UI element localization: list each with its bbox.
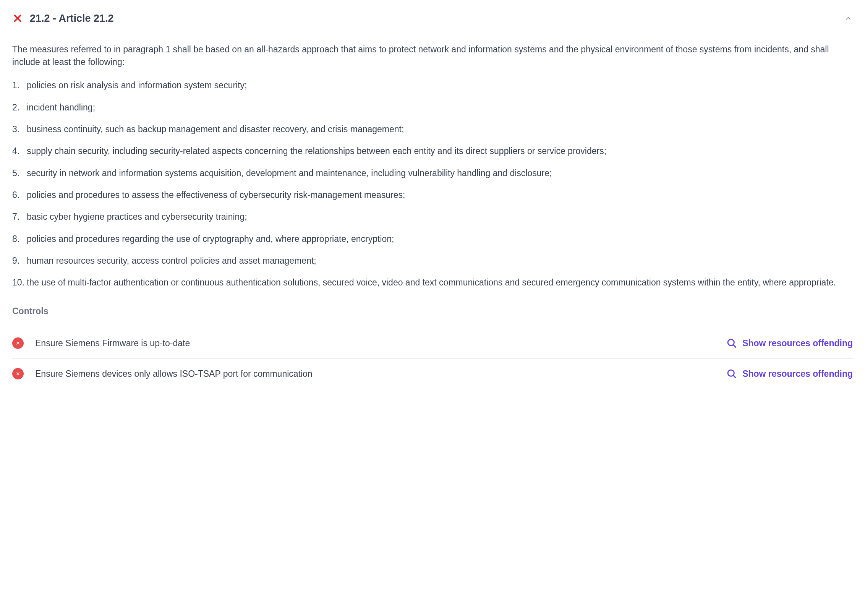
search-icon bbox=[726, 368, 737, 379]
search-icon bbox=[726, 338, 737, 349]
measure-item: policies and procedures regarding the us… bbox=[12, 233, 853, 245]
control-left: Ensure Siemens Firmware is up-to-date bbox=[12, 337, 190, 350]
measures-list: policies on risk analysis and informatio… bbox=[12, 79, 853, 289]
measure-item: the use of multi-factor authentication o… bbox=[12, 276, 853, 289]
control-row: Ensure Siemens devices only allows ISO-T… bbox=[12, 358, 853, 389]
show-resources-link[interactable]: Show resources offending bbox=[726, 367, 853, 381]
show-resources-label: Show resources offending bbox=[742, 367, 853, 381]
show-resources-label: Show resources offending bbox=[742, 337, 853, 350]
measure-item: policies and procedures to assess the ef… bbox=[12, 189, 853, 201]
article-header: 21.2 - Article 21.2 bbox=[12, 11, 853, 26]
article-title: 21.2 - Article 21.2 bbox=[30, 11, 114, 26]
show-resources-link[interactable]: Show resources offending bbox=[726, 337, 853, 350]
measure-item: incident handling; bbox=[12, 101, 853, 114]
controls-heading: Controls bbox=[12, 305, 853, 318]
fail-badge-icon bbox=[12, 337, 24, 349]
intro-paragraph: The measures referred to in paragraph 1 … bbox=[12, 43, 853, 69]
control-text: Ensure Siemens Firmware is up-to-date bbox=[35, 337, 190, 350]
measure-item: business continuity, such as backup mana… bbox=[12, 123, 853, 136]
measure-item: basic cyber hygiene practices and cybers… bbox=[12, 211, 853, 223]
control-row: Ensure Siemens Firmware is up-to-date Sh… bbox=[12, 328, 853, 358]
chevron-up-icon[interactable] bbox=[844, 14, 853, 23]
control-text: Ensure Siemens devices only allows ISO-T… bbox=[35, 367, 313, 381]
control-left: Ensure Siemens devices only allows ISO-T… bbox=[12, 367, 313, 381]
x-fail-icon bbox=[12, 13, 23, 24]
svg-line-5 bbox=[733, 345, 735, 347]
header-left: 21.2 - Article 21.2 bbox=[12, 11, 114, 26]
fail-badge-icon bbox=[12, 368, 24, 379]
measure-item: policies on risk analysis and informatio… bbox=[12, 79, 853, 92]
measure-item: supply chain security, including securit… bbox=[12, 145, 853, 157]
measure-item: security in network and information syst… bbox=[12, 167, 853, 180]
measure-item: human resources security, access control… bbox=[12, 255, 853, 267]
controls-list: Ensure Siemens Firmware is up-to-date Sh… bbox=[12, 328, 853, 389]
svg-line-9 bbox=[733, 375, 735, 378]
